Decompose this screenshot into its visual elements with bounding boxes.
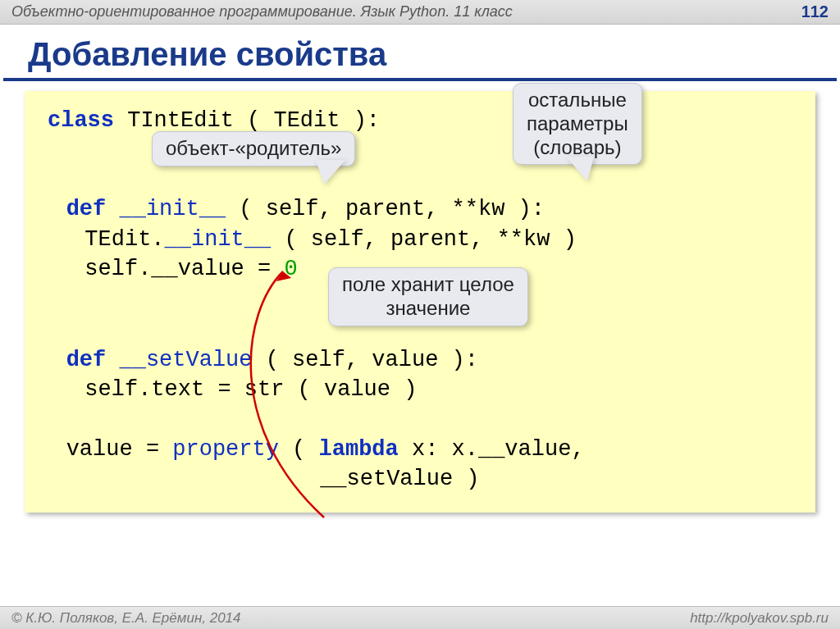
footer-copyright: © К.Ю. Поляков, Е.А. Ерёмин, 2014 xyxy=(11,610,241,627)
callout-text: поле хранит целое xyxy=(342,273,514,295)
page-number: 112 xyxy=(801,2,829,21)
callout-text: остальные xyxy=(528,89,627,111)
callout-text: параметры xyxy=(527,112,628,134)
code-line: def __init__ ( self, parent, **kw ): xyxy=(48,194,792,224)
code-line: def __setValue ( self, value ): xyxy=(48,345,792,375)
code-block: остальные параметры (словарь) class TInt… xyxy=(25,91,815,513)
code-line: self.text = str ( value ) xyxy=(48,375,792,404)
callout-other-params: остальные параметры (словарь) xyxy=(513,83,642,165)
callout-field-int: поле хранит целое значение xyxy=(328,267,528,326)
header-title: Объектно-ориентированное программировани… xyxy=(11,3,513,21)
callout-text: значение xyxy=(386,297,470,319)
footer-url: http://kpolyakov.spb.ru xyxy=(690,610,829,627)
header-bar: Объектно-ориентированное программировани… xyxy=(0,0,840,25)
callout-text: объект-«родитель» xyxy=(166,137,341,159)
slide-title: Добавление свойства xyxy=(3,25,837,81)
footer-bar: © К.Ю. Поляков, Е.А. Ерёмин, 2014 http:/… xyxy=(0,606,840,629)
code-line: __setValue ) xyxy=(48,464,792,494)
code-line: TEdit.__init__ ( self, parent, **kw ) xyxy=(48,225,792,254)
callout-text: (словарь) xyxy=(533,136,621,158)
code-line: value = property ( lambda x: x.__value, xyxy=(48,435,792,464)
